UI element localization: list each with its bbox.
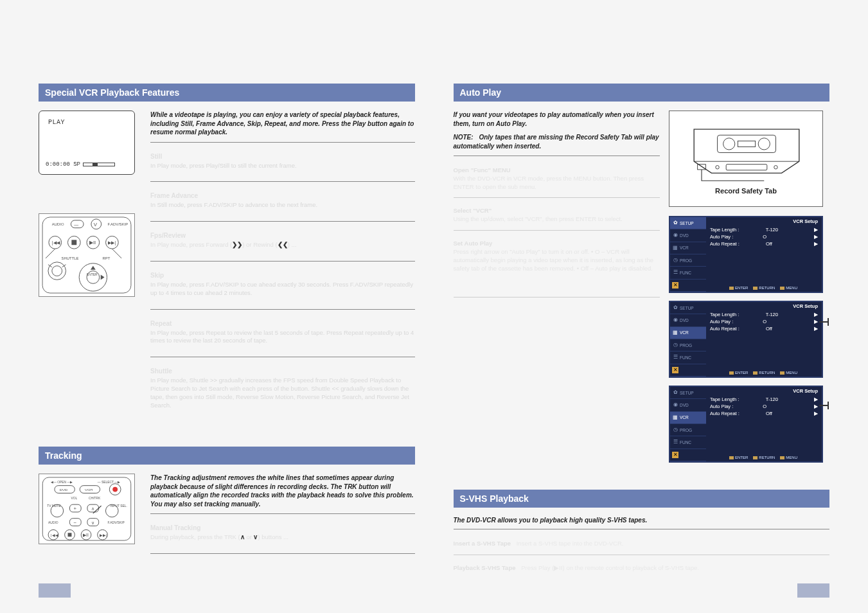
svg-point-65: [716, 166, 719, 169]
osd-sidebar-prog: ◷PROG: [670, 254, 706, 267]
svg-text:SHUTTLE: SHUTTLE: [62, 256, 79, 260]
step-body: In Play mode, press F.ADV/SKIP to cue ah…: [150, 281, 415, 298]
right-arrow-icon: ▶: [814, 234, 818, 240]
note-body: Only tapes that are missing the Record S…: [454, 134, 659, 150]
cassette-label: Record Safety Tab: [676, 187, 816, 195]
osd-footer-menu: MENU: [780, 286, 797, 290]
func-icon: ☰: [672, 269, 678, 276]
svg-text:VOL: VOL: [71, 497, 77, 501]
step-body: In Play mode, press Repeat to review the…: [150, 329, 415, 346]
step-title: Set Auto Play: [454, 240, 493, 247]
osd-footer-enter: ENTER: [729, 371, 748, 375]
svg-text:−: −: [73, 520, 76, 526]
step-title: Shuttle: [150, 368, 415, 375]
tape-icon: ▦: [672, 245, 678, 251]
section-header-special-vcr: Special VCR Playback Features: [39, 84, 415, 102]
osd-sidebar-dvd: ◉DVD: [670, 314, 706, 326]
divider: [150, 181, 415, 182]
osd-footer-return: RETURN: [753, 456, 775, 459]
svg-rect-10: [71, 240, 76, 245]
lcd-progress-bar: [83, 163, 115, 166]
osd-sidebar-close: ✕: [670, 364, 706, 377]
osd-row: Tape Length :T-120▶: [710, 311, 818, 318]
cassette-illustration: Record Safety Tab: [669, 111, 823, 207]
svg-text:VCR: VCR: [85, 488, 93, 492]
osd-sidebar-setup: ✿SETUP: [670, 302, 706, 314]
step-title: Playback S-VHS Tape: [454, 564, 516, 571]
svg-point-34: [112, 487, 118, 492]
step-title: Open "Func" MENU: [454, 166, 511, 173]
right-arrow-icon: ▶: [814, 326, 818, 332]
svg-text:▶▶|: ▶▶|: [100, 534, 107, 538]
svg-text:∨: ∨: [91, 520, 94, 525]
step-body: Using the up/down, select "VCR", then pr…: [454, 215, 623, 222]
osd-row: Auto Play :O▶: [710, 403, 818, 410]
intro-tracking: The Tracking adjustment removes the whit…: [150, 474, 415, 508]
step-title: Select "VCR": [454, 207, 492, 214]
svg-text:|◀◀: |◀◀: [51, 534, 58, 538]
step-body: With the DVD-VCR in VCR mode, press the …: [454, 175, 644, 190]
close-icon: ✕: [672, 282, 678, 289]
step-body: Press right arrow on "Auto Play" to turn…: [454, 248, 654, 272]
svg-text:—: —: [74, 222, 78, 227]
func-icon: ☰: [672, 439, 678, 445]
svg-rect-0: [42, 217, 131, 293]
right-arrow-icon: ▶: [814, 396, 818, 402]
divider: [454, 155, 660, 156]
osd-sidebar-dvd: ◉DVD: [670, 229, 706, 242]
osd-title: VCR Setup: [793, 303, 818, 309]
osd-sidebar-func: ☰FUNC: [670, 267, 706, 279]
osd-row: Auto Repeat :Off▶: [710, 240, 818, 247]
svg-text:+: +: [73, 506, 76, 511]
lcd-mode-text: PLAY: [48, 119, 129, 126]
intro-special-vcr: While a videotape is playing, you can en…: [150, 111, 415, 137]
svg-rect-63: [738, 141, 755, 147]
svg-text:INPUT SEL.: INPUT SEL.: [110, 504, 127, 508]
divider: [150, 553, 415, 554]
svg-rect-64: [726, 164, 767, 170]
disc-icon: ◉: [672, 317, 678, 323]
osd-sidebar-vcr: ▦VCR: [670, 327, 706, 339]
gear-icon: ✿: [672, 389, 678, 396]
osd-footer-return: RETURN: [753, 286, 775, 290]
func-icon: ☰: [672, 354, 678, 360]
osd-sidebar-vcr: ▦VCR: [670, 412, 706, 424]
osd-footer-enter: ENTER: [729, 286, 748, 290]
osd-row: Auto Repeat :Off▶: [710, 410, 818, 417]
page-number-right: [797, 583, 829, 598]
right-arrow-icon: ▶: [814, 241, 818, 247]
osd-sidebar-vcr: ▦VCR: [670, 242, 706, 254]
svg-point-61: [723, 138, 735, 150]
right-arrow-icon: ▶: [814, 411, 818, 416]
right-arrow-icon: ▶: [814, 319, 818, 324]
osd-footer-menu: MENU: [780, 371, 797, 375]
fast-forward-icon: ❯❯: [232, 241, 242, 248]
lcd-display: PLAY 0:00:00 SP: [39, 111, 135, 175]
section-header-tracking: Tracking: [39, 447, 415, 465]
step-title: Repeat: [150, 320, 415, 327]
osd-sidebar-setup: ✿SETUP: [670, 217, 706, 229]
step-title: Still: [150, 153, 415, 160]
osd-row: Tape Length :T-120▶: [710, 226, 818, 233]
tape-icon: ▦: [672, 414, 678, 421]
svg-text:RPT: RPT: [103, 256, 111, 260]
callout-line: [819, 321, 828, 323]
step-title: Manual Tracking: [150, 524, 415, 531]
lcd-time-text: 0:00:00 SP: [46, 161, 80, 168]
section-header-auto-play: Auto Play: [454, 84, 830, 102]
osd-row: Auto Play :O▶: [710, 233, 818, 240]
remote-illustration-lower: ◀— OPEN —▶ — SELECT —▶ DVD VCR VOL CH/TR…: [39, 474, 135, 544]
divider: [150, 309, 415, 310]
gear-icon: ✿: [672, 305, 678, 311]
up-caret-icon: ∧: [240, 533, 245, 540]
tape-icon: ▦: [672, 330, 678, 336]
svg-text:|◀◀: |◀◀: [52, 240, 60, 245]
step-title: Insert a S-VHS Tape: [454, 540, 511, 547]
step-body: In Still mode, press F.ADV/SKIP to advan…: [150, 201, 415, 209]
right-arrow-icon: ▶: [814, 227, 818, 233]
clock-icon: ◷: [672, 342, 678, 348]
step-body: In Play mode, press Play/Still to still …: [150, 162, 415, 170]
osd-footer-enter: ENTER: [729, 456, 748, 459]
divider: [454, 529, 830, 529]
osd-title: VCR Setup: [793, 388, 818, 394]
